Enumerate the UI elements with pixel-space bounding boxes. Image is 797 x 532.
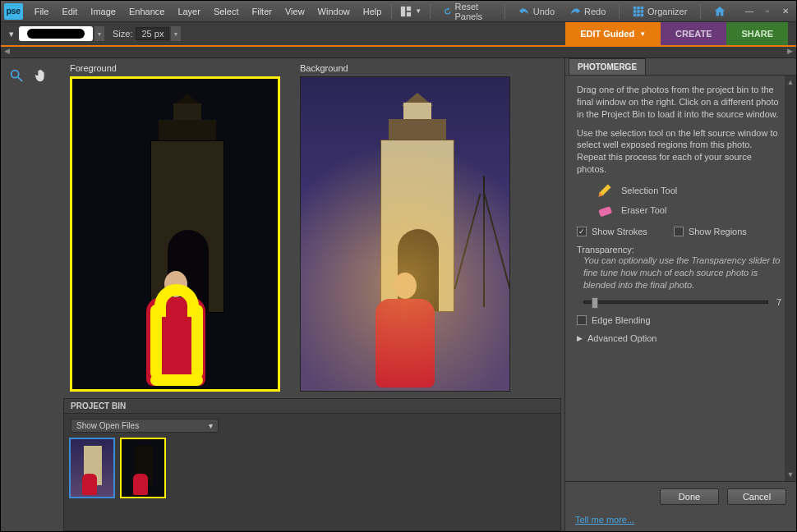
bin-filter-label: Show Open Files: [76, 421, 139, 430]
svg-rect-1: [407, 6, 411, 10]
menu-help[interactable]: Help: [357, 3, 389, 20]
separator: [619, 4, 620, 19]
size-field[interactable]: 25 px: [136, 27, 169, 40]
background-image[interactable]: [300, 76, 510, 392]
menu-bar: pse File Edit Image Enhance Layer Select…: [1, 1, 796, 22]
mode-edit-sub: Guided: [603, 29, 634, 39]
menu-layer[interactable]: Layer: [171, 3, 207, 20]
menu-view[interactable]: View: [279, 3, 311, 20]
project-bin-header[interactable]: PROJECT BIN: [63, 398, 561, 414]
background-label: Background: [300, 62, 510, 76]
organizer-button[interactable]: Organizer: [628, 3, 692, 20]
svg-rect-11: [641, 13, 644, 16]
advanced-option-toggle[interactable]: ▶ Advanced Option: [577, 333, 781, 343]
show-strokes-label: Show Strokes: [592, 227, 647, 236]
svg-rect-8: [641, 10, 644, 13]
scroll-left-icon[interactable]: ◀: [4, 47, 10, 57]
svg-rect-7: [637, 10, 640, 13]
refresh-icon: [444, 6, 452, 17]
eraser-tool-label: Eraser Tool: [621, 205, 666, 215]
mode-edit-label: EDIT: [580, 29, 601, 39]
selection-tool-label: Selection Tool: [621, 186, 677, 195]
bin-filter-dropdown[interactable]: Show Open Files ▾: [71, 419, 219, 433]
brush-preview[interactable]: [19, 26, 93, 41]
transparency-slider[interactable]: [583, 300, 768, 304]
bin-thumb-2[interactable]: [122, 439, 164, 497]
panel-tab-photomerge[interactable]: PHOTOMERGE: [569, 58, 646, 75]
tell-me-more-link[interactable]: Tell me more...: [565, 511, 796, 531]
size-dropdown[interactable]: ▾: [171, 26, 181, 41]
separator: [504, 4, 505, 19]
minimize-button[interactable]: —: [742, 6, 757, 17]
svg-line-13: [18, 77, 22, 81]
reset-panels-label: Reset Panels: [454, 2, 491, 21]
brush-dropdown[interactable]: ▾: [94, 26, 104, 41]
menu-image[interactable]: Image: [84, 3, 122, 20]
show-strokes-checkbox[interactable]: ✓: [577, 227, 587, 236]
undo-button[interactable]: Undo: [514, 3, 560, 20]
home-icon: [714, 6, 726, 17]
menu-file[interactable]: File: [28, 3, 56, 20]
panel-scrollbar[interactable]: ▲▼: [785, 76, 796, 481]
zoom-tool[interactable]: [7, 66, 25, 85]
redo-button[interactable]: Redo: [564, 3, 610, 20]
undo-label: Undo: [533, 7, 555, 16]
eraser-tool-button[interactable]: Eraser Tool: [597, 202, 781, 218]
menu-edit[interactable]: Edit: [55, 3, 84, 20]
svg-point-12: [12, 71, 19, 78]
layout-button[interactable]: ▼: [395, 3, 426, 20]
svg-rect-6: [633, 10, 637, 13]
separator: [430, 4, 431, 19]
svg-rect-0: [401, 6, 405, 16]
transparency-hint: You can optionally use the Transparency …: [577, 255, 781, 291]
organizer-label: Organizer: [647, 7, 687, 16]
redo-label: Redo: [584, 7, 606, 16]
tool-palette: [1, 58, 60, 531]
menu-select[interactable]: Select: [207, 3, 246, 20]
magnifier-icon: [9, 68, 24, 83]
mode-edit-tab[interactable]: EDIT Guided ▼: [565, 22, 661, 45]
foreground-image[interactable]: [70, 76, 280, 392]
menu-enhance[interactable]: Enhance: [122, 3, 171, 20]
project-bin: Show Open Files ▾: [63, 414, 561, 531]
svg-rect-3: [633, 6, 637, 9]
svg-rect-2: [407, 11, 411, 16]
maximize-button[interactable]: ▫: [760, 6, 775, 17]
mode-create-tab[interactable]: CREATE: [661, 22, 726, 45]
chevron-down-icon: ▼: [639, 30, 646, 38]
redo-icon: [569, 6, 581, 17]
edge-blending-checkbox[interactable]: [577, 315, 587, 325]
size-label: Size:: [113, 29, 132, 39]
advanced-option-label: Advanced Option: [587, 333, 656, 343]
svg-rect-9: [633, 13, 637, 16]
bin-thumb-1[interactable]: [71, 439, 113, 497]
mode-share-tab[interactable]: SHARE: [726, 22, 788, 45]
reset-panels-button[interactable]: Reset Panels: [439, 0, 496, 24]
menu-window[interactable]: Window: [311, 3, 357, 20]
hand-tool[interactable]: [32, 66, 50, 85]
tab-scroll: ◀ ▶: [1, 47, 796, 58]
cancel-button[interactable]: Cancel: [727, 488, 786, 505]
close-button[interactable]: ✕: [778, 6, 793, 17]
pencil-icon: [597, 182, 613, 199]
menu-filter[interactable]: Filter: [245, 3, 278, 20]
right-panel: PHOTOMERGE ▲▼ Drag one of the photos fro…: [564, 58, 796, 531]
options-toolbar: ▾ ▾ Size: 25 px ▾ EDIT Guided ▼ CREATE S…: [1, 22, 796, 47]
hand-icon: [34, 68, 48, 83]
home-button[interactable]: [709, 3, 730, 20]
transparency-label: Transparency:: [577, 245, 781, 255]
layout-icon: [400, 6, 412, 17]
separator: [391, 4, 392, 19]
chevron-down-icon[interactable]: ▾: [9, 29, 14, 39]
instruction-text-1: Drag one of the photos from the project …: [577, 84, 781, 121]
show-regions-label: Show Regions: [689, 227, 747, 236]
chevron-down-icon: ▾: [209, 421, 213, 430]
selection-tool-button[interactable]: Selection Tool: [597, 182, 781, 199]
grid-icon: [633, 6, 644, 17]
undo-icon: [518, 6, 530, 17]
done-button[interactable]: Done: [660, 488, 719, 505]
edge-blending-label: Edge Blending: [592, 315, 651, 325]
scroll-right-icon[interactable]: ▶: [787, 47, 793, 57]
chevron-right-icon: ▶: [577, 334, 583, 342]
show-regions-checkbox[interactable]: [674, 227, 684, 236]
